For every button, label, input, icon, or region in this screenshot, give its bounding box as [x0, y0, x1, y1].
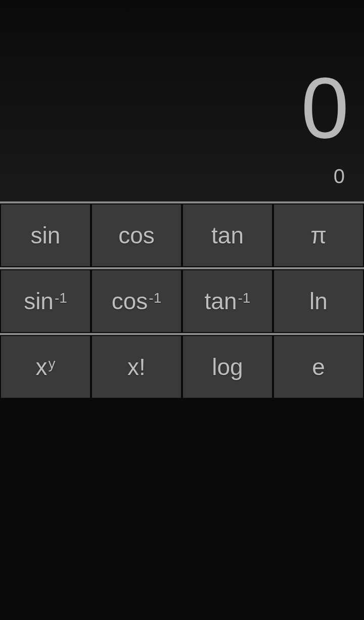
- pi-button[interactable]: π: [273, 203, 364, 267]
- key-label: cos: [112, 287, 148, 315]
- key-sup: -1: [238, 290, 251, 306]
- ln-button[interactable]: ln: [273, 269, 364, 333]
- key-label: tan: [211, 222, 244, 249]
- key-sup: -1: [55, 290, 67, 306]
- key-label: log: [212, 353, 243, 381]
- cos-button[interactable]: cos: [91, 203, 182, 267]
- keypad-row: xy x! log e: [0, 333, 364, 399]
- log-button[interactable]: log: [182, 335, 273, 399]
- display-primary: 0: [301, 65, 345, 151]
- factorial-button[interactable]: x!: [91, 335, 182, 399]
- asin-button[interactable]: sin-1: [0, 269, 91, 333]
- sin-button[interactable]: sin: [0, 203, 91, 267]
- display-area: 0 0: [0, 0, 364, 201]
- key-label: ln: [309, 287, 328, 315]
- key-label: x: [36, 353, 48, 381]
- key-label: sin: [31, 222, 61, 249]
- power-button[interactable]: xy: [0, 335, 91, 399]
- keypad-row: sin cos tan π: [0, 201, 364, 267]
- tan-button[interactable]: tan: [182, 203, 273, 267]
- key-label: cos: [118, 222, 155, 249]
- key-sup: -1: [149, 290, 161, 306]
- lower-area: [0, 399, 364, 610]
- key-label: tan: [205, 287, 237, 315]
- display-secondary: 0: [334, 166, 345, 186]
- key-label: e: [312, 353, 325, 381]
- key-label: x!: [127, 353, 146, 381]
- scientific-keypad: sin cos tan π sin-1 cos-1 tan-1 ln xy x!…: [0, 201, 364, 399]
- key-label: π: [310, 222, 327, 249]
- atan-button[interactable]: tan-1: [182, 269, 273, 333]
- keypad-row: sin-1 cos-1 tan-1 ln: [0, 267, 364, 333]
- e-button[interactable]: e: [273, 335, 364, 399]
- key-label: sin: [24, 287, 54, 315]
- key-sup: y: [49, 356, 56, 372]
- acos-button[interactable]: cos-1: [91, 269, 182, 333]
